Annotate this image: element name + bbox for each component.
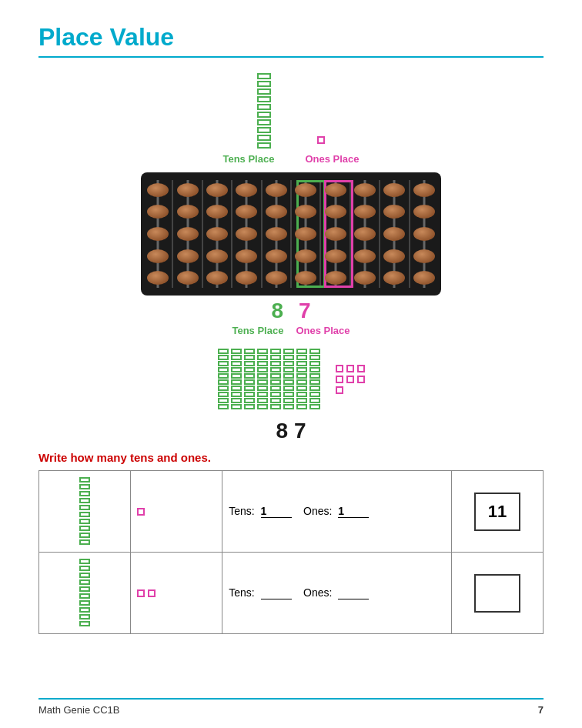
ones-fill-label-1: Ones: <box>303 505 335 517</box>
one-square <box>137 589 145 597</box>
tens-rod-intro <box>257 73 271 149</box>
big-number-display: 8 7 <box>276 419 306 443</box>
ten-rod-ex1 <box>79 477 90 546</box>
rod-seg <box>257 112 271 118</box>
ones-grid <box>336 365 365 394</box>
exercise-table: Tens: 1 Ones: 1 11 <box>38 470 544 634</box>
cell-total-1: 11 <box>451 471 543 553</box>
tens-fill-label-1: Tens: <box>229 505 257 517</box>
abacus-section: 8 7 Tens Place Ones Place <box>38 172 544 336</box>
cell-fill-2: Tens: Ones: <box>222 553 452 634</box>
ones-row-ex2 <box>137 589 216 597</box>
table-row: Tens: Ones: <box>39 553 544 634</box>
table-row: Tens: 1 Ones: 1 11 <box>39 471 544 553</box>
page: Place Value <box>0 0 582 728</box>
tens-answer-1: 1 <box>261 505 292 518</box>
rod-seg <box>257 119 271 125</box>
ones-fill-label-2: Ones: <box>303 586 335 599</box>
cell-total-2 <box>451 553 543 634</box>
cell-ones-visual-2 <box>131 553 222 634</box>
one-square <box>137 508 145 516</box>
cell-fill-1: Tens: 1 Ones: 1 <box>222 471 452 553</box>
intro-section: Tens Place Ones Place <box>38 73 544 165</box>
ones-answer-2 <box>338 586 369 599</box>
tens-fill-label-2: Tens: <box>229 586 257 599</box>
abacus-tens-digit: 8 <box>271 299 283 323</box>
write-section: Write how many tens and ones. <box>38 451 544 634</box>
ones-place-label-top: Ones Place <box>305 153 359 165</box>
cell-tens-visual-1 <box>39 471 131 553</box>
cell-ones-visual-1 <box>131 471 222 553</box>
abacus <box>141 172 441 296</box>
base-ten-section: 8 7 <box>38 349 544 443</box>
write-instruction: Write how many tens and ones. <box>38 451 544 464</box>
rod-seg <box>257 81 271 87</box>
one-square <box>148 589 156 597</box>
tens-blocks-group <box>218 349 320 409</box>
abacus-ones-digit: 7 <box>299 299 311 323</box>
top-rods-row <box>257 73 325 149</box>
title-divider <box>38 56 544 58</box>
rod-seg <box>257 88 271 95</box>
total-1: 11 <box>488 502 507 522</box>
blocks-row <box>218 349 365 409</box>
ones-answer-1: 1 <box>338 505 369 518</box>
page-title: Place Value <box>38 23 544 52</box>
rod-seg <box>257 127 271 133</box>
place-labels-top: Tens Place Ones Place <box>222 153 359 165</box>
abacus-numbers: 8 7 <box>271 299 310 323</box>
footer-page-number: 7 <box>538 704 544 716</box>
rod-seg <box>257 142 271 149</box>
rod-seg <box>257 135 271 141</box>
footer: Math Genie CC1B 7 <box>38 698 544 716</box>
abacus-tens-label: Tens Place <box>232 325 283 336</box>
abacus-place-labels: Tens Place Ones Place <box>232 325 350 336</box>
answer-box-2 <box>474 574 520 613</box>
abacus-ones-label: Ones Place <box>296 325 350 336</box>
rod-seg <box>257 73 271 79</box>
cell-tens-visual-2 <box>39 553 131 634</box>
answer-box-1: 11 <box>474 493 520 531</box>
ones-row-ex1 <box>137 508 216 516</box>
rod-seg <box>257 96 271 102</box>
rod-seg <box>257 104 271 110</box>
tens-place-label-top: Tens Place <box>222 153 274 165</box>
footer-text: Math Genie CC1B <box>38 704 120 716</box>
ones-square-intro <box>317 136 325 144</box>
ten-rod-ex2 <box>79 559 90 627</box>
tens-answer-2 <box>261 586 292 599</box>
